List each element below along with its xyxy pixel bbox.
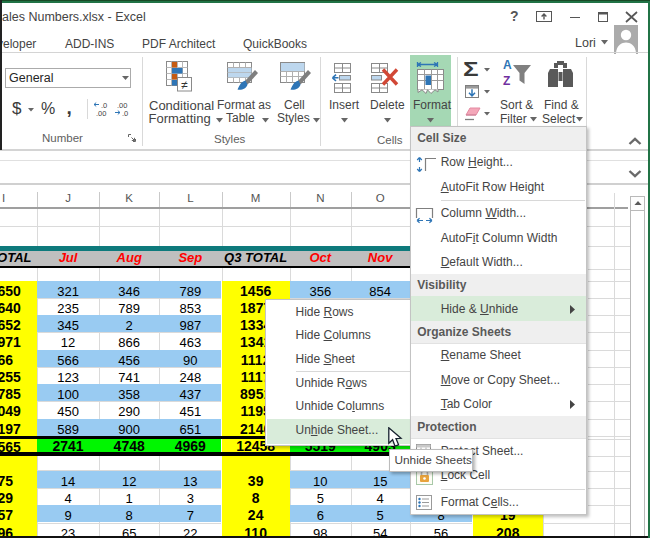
svg-text:≠: ≠ bbox=[181, 78, 188, 92]
svg-text:.0: .0 bbox=[122, 109, 128, 117]
svg-text:.00: .00 bbox=[96, 109, 106, 117]
